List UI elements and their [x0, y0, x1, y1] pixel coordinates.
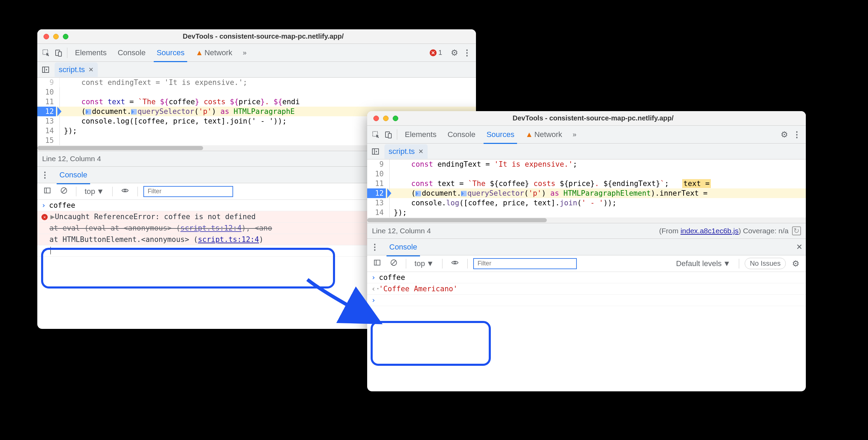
console-input-row: › coffee: [367, 272, 806, 283]
live-expression-icon[interactable]: [448, 257, 462, 270]
window-title: DevTools - consistent-source-map-pc.netl…: [404, 114, 806, 122]
panel-tabs: Elements Console Sources ▲Network: [399, 125, 568, 144]
expand-caret-icon[interactable]: ▶: [50, 213, 55, 221]
tab-elements[interactable]: Elements: [69, 43, 112, 62]
kebab-menu-icon[interactable]: ⋮: [791, 128, 803, 141]
tab-console[interactable]: Console: [112, 43, 151, 62]
code-line: [59, 87, 476, 97]
close-icon[interactable]: [373, 116, 379, 121]
console-output[interactable]: › coffee ‹· 'Coffee Americano' ›: [367, 272, 806, 306]
svg-rect-3: [42, 67, 49, 72]
code-line: console.log([coffee, price, text].join('…: [389, 198, 806, 208]
gutter: 11: [37, 97, 59, 107]
minimize-icon[interactable]: [53, 34, 59, 39]
inspect-element-icon[interactable]: [40, 47, 53, 59]
filter-input[interactable]: [143, 186, 233, 197]
tab-sources[interactable]: Sources: [151, 43, 190, 62]
close-tab-icon[interactable]: ✕: [418, 148, 423, 155]
tab-network[interactable]: ▲Network: [520, 125, 567, 144]
editor-statusbar: Line 12, Column 4 (From index.a8c1ec6b.j…: [367, 223, 806, 239]
tab-sources[interactable]: Sources: [481, 125, 520, 144]
code-line: const endingText = 'It is expensive.';: [59, 78, 476, 87]
text-cursor: [50, 247, 51, 254]
gutter: 14: [37, 126, 59, 136]
code-line: [389, 169, 806, 179]
svg-rect-2: [58, 52, 61, 56]
file-tab-strip: script.ts ✕: [37, 62, 476, 78]
code-editor[interactable]: 9 const endingText = 'It is expensive.';…: [367, 159, 806, 217]
toggle-sidebar-icon[interactable]: [41, 185, 54, 198]
coverage-reload-icon[interactable]: ↻: [792, 226, 801, 235]
gutter: 13: [367, 198, 389, 208]
sourcemap-from: (From index.a8c1ec6b.js) Coverage: n/a: [659, 227, 789, 235]
prop-icon: [86, 109, 91, 115]
clear-console-icon[interactable]: [57, 185, 70, 198]
settings-gear-icon[interactable]: ⚙: [778, 128, 791, 141]
gutter-current: 12: [367, 188, 389, 198]
code-line: });: [389, 208, 806, 217]
console-prompt-row[interactable]: ›: [367, 295, 806, 306]
stack-link[interactable]: script.ts:12:4: [180, 224, 241, 232]
toggle-sidebar-icon[interactable]: [371, 257, 384, 270]
file-tab-script-ts[interactable]: script.ts ✕: [384, 144, 428, 159]
code-line: const endingText = 'It is expensive.';: [389, 159, 806, 169]
tab-elements[interactable]: Elements: [399, 125, 442, 144]
output-chevron-icon: ‹·: [371, 285, 379, 293]
devtools-window-b: DevTools - consistent-source-map-pc.netl…: [367, 111, 806, 391]
console-settings-gear-icon[interactable]: ⚙: [789, 257, 802, 270]
tab-network[interactable]: ▲Network: [190, 43, 238, 62]
clear-console-icon[interactable]: [387, 257, 400, 270]
error-count-badge[interactable]: ✕ 1: [430, 49, 442, 57]
svg-rect-5: [45, 188, 50, 193]
titlebar[interactable]: DevTools - consistent-source-map-pc.netl…: [367, 111, 806, 126]
drawer-menu-icon[interactable]: ⋮: [41, 170, 49, 180]
device-toolbar-icon[interactable]: [53, 47, 65, 59]
main-tabbar: Elements Console Sources ▲Network » ⚙ ⋮: [367, 126, 806, 144]
console-toolbar: top ▼ Default levels ▼ No Issues ⚙: [367, 255, 806, 272]
kebab-menu-icon[interactable]: ⋮: [461, 47, 473, 59]
input-chevron-icon: ›: [41, 201, 49, 209]
device-toolbar-icon[interactable]: [382, 128, 395, 141]
live-expression-icon[interactable]: [118, 185, 132, 198]
gutter: 10: [367, 169, 389, 179]
context-selector[interactable]: top ▼: [412, 258, 437, 270]
maximize-icon[interactable]: [393, 116, 398, 121]
show-navigator-icon[interactable]: [370, 146, 381, 157]
svg-rect-13: [372, 149, 379, 154]
stack-link[interactable]: script.ts:12:4: [198, 235, 259, 244]
code-line: const text = `The ${coffee} costs ${pric…: [59, 97, 476, 107]
show-navigator-icon[interactable]: [40, 64, 51, 75]
drawer-tab-console[interactable]: Console: [54, 166, 93, 184]
filter-input[interactable]: [473, 258, 577, 269]
svg-rect-15: [374, 260, 380, 265]
drawer-tab-console[interactable]: Console: [384, 238, 423, 256]
maximize-icon[interactable]: [63, 34, 68, 39]
log-levels-selector[interactable]: Default levels ▼: [673, 258, 733, 270]
tab-console[interactable]: Console: [442, 125, 481, 144]
gutter: 13: [37, 116, 59, 126]
context-selector[interactable]: top ▼: [82, 186, 107, 197]
cursor-position: Line 12, Column 4: [42, 155, 101, 163]
close-tab-icon[interactable]: ✕: [88, 66, 94, 74]
more-tabs-chevron[interactable]: »: [238, 49, 251, 57]
close-icon[interactable]: [44, 34, 49, 39]
gutter: 15: [37, 136, 59, 145]
console-output-row: ‹· 'Coffee Americano': [367, 283, 806, 295]
warning-icon: ▲: [525, 130, 533, 139]
horizontal-scrollbar[interactable]: [367, 217, 806, 223]
error-icon: ✕: [41, 214, 48, 220]
close-drawer-icon[interactable]: ✕: [796, 243, 802, 252]
gutter: 9: [37, 78, 59, 87]
minimize-icon[interactable]: [383, 116, 389, 121]
error-message: Uncaught ReferenceError: coffee is not d…: [55, 213, 256, 221]
titlebar[interactable]: DevTools - consistent-source-map-pc.netl…: [37, 29, 476, 44]
drawer-menu-icon[interactable]: ⋮: [371, 242, 379, 252]
gutter: 14: [367, 208, 389, 217]
main-tabbar: Elements Console Sources ▲Network » ✕ 1 …: [37, 44, 476, 62]
settings-gear-icon[interactable]: ⚙: [448, 47, 461, 59]
file-tab-script-ts[interactable]: script.ts ✕: [55, 62, 98, 77]
inspect-element-icon[interactable]: [370, 128, 382, 141]
sourcemap-link[interactable]: index.a8c1ec6b.js: [680, 227, 738, 235]
more-tabs-chevron[interactable]: »: [568, 130, 581, 138]
issues-badge[interactable]: No Issues: [745, 258, 786, 269]
